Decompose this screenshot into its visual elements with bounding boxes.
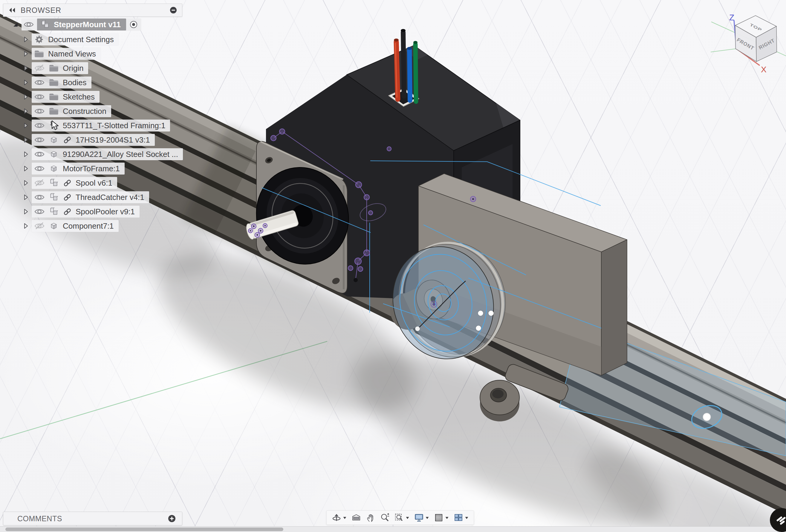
tree-row-background[interactable]: Construction bbox=[32, 105, 111, 117]
tree-row-background[interactable]: Bodies bbox=[32, 76, 91, 89]
comments-label: COMMENTS bbox=[17, 514, 62, 523]
visibility-on-eye-icon[interactable] bbox=[34, 121, 45, 130]
browser-root-row[interactable]: StepperMount v11 bbox=[12, 19, 141, 30]
gear-icon bbox=[34, 35, 44, 44]
activate-component-radio[interactable] bbox=[129, 20, 138, 29]
expand-arrow-icon[interactable] bbox=[22, 194, 29, 201]
visibility-on-eye-icon[interactable] bbox=[23, 20, 34, 29]
pan-icon bbox=[366, 513, 376, 523]
chevron-down-icon[interactable] bbox=[445, 515, 449, 520]
tree-row-background[interactable]: Sketches bbox=[32, 91, 99, 103]
tree-row-background[interactable]: Origin bbox=[32, 62, 88, 74]
display-settings-button[interactable] bbox=[412, 512, 431, 523]
visibility-on-eye-icon[interactable] bbox=[34, 164, 45, 173]
node-label: StepperMount v11 bbox=[54, 21, 121, 28]
visibility-on-eye-icon[interactable] bbox=[34, 207, 45, 216]
expand-arrow-icon[interactable] bbox=[22, 208, 29, 215]
expand-arrow-icon[interactable] bbox=[22, 122, 29, 129]
visibility-on-eye-icon[interactable] bbox=[34, 107, 45, 115]
look-at-button[interactable] bbox=[349, 512, 363, 523]
pan-button[interactable] bbox=[364, 512, 377, 523]
browser-tree-row[interactable]: 91290A221_Alloy Steel Socket ... bbox=[22, 148, 183, 160]
chevron-down-icon[interactable] bbox=[405, 515, 410, 520]
display-settings-icon bbox=[414, 513, 424, 523]
visibility-on-eye-icon[interactable] bbox=[34, 193, 45, 202]
browser-tree-row[interactable]: Document Settings bbox=[22, 33, 119, 45]
browser-tree-row[interactable]: Origin bbox=[22, 62, 88, 74]
expand-arrow-icon[interactable] bbox=[22, 65, 29, 72]
minus-circle-icon[interactable] bbox=[169, 6, 177, 14]
expand-arrow-icon[interactable] bbox=[22, 93, 29, 100]
viewports-button[interactable] bbox=[452, 512, 471, 523]
grid-and-snaps-button[interactable] bbox=[432, 512, 451, 523]
expand-arrow-icon[interactable] bbox=[22, 79, 29, 86]
expand-arrow-icon[interactable] bbox=[22, 136, 29, 143]
visibility-on-eye-icon[interactable] bbox=[34, 136, 45, 144]
tree-row-background[interactable]: 91290A221_Alloy Steel Socket ... bbox=[32, 148, 183, 160]
link-icon bbox=[63, 179, 72, 187]
visibility-on-eye-icon[interactable] bbox=[34, 78, 45, 87]
visibility-off-eye-icon[interactable] bbox=[34, 222, 45, 230]
expand-arrow-icon[interactable] bbox=[22, 36, 29, 43]
expand-arrow-icon[interactable] bbox=[12, 21, 19, 28]
node-label: 5537T11_T-Slotted Framing:1 bbox=[63, 122, 165, 130]
browser-tree-row[interactable]: ThreadCatcher v4:1 bbox=[22, 191, 149, 203]
tree-row-background[interactable]: 17HS19-2004S1 v3:1 bbox=[32, 134, 155, 146]
node-label: Document Settings bbox=[48, 36, 114, 43]
node-label: Spool v6:1 bbox=[76, 179, 112, 187]
folder-icon bbox=[49, 92, 59, 101]
browser-tree-row[interactable]: Sketches bbox=[22, 91, 99, 103]
tree-row-background[interactable]: Spool v6:1 bbox=[32, 177, 117, 189]
timeline-pill[interactable] bbox=[5, 528, 283, 531]
selected-row-highlight[interactable]: StepperMount v11 bbox=[37, 19, 126, 30]
browser-tree-row[interactable]: Component7:1 bbox=[22, 220, 119, 232]
tree-row-background[interactable]: SpoolPooler v9:1 bbox=[32, 206, 140, 217]
view-cube[interactable]: TOP FRONT RIGHT Z X bbox=[711, 13, 786, 74]
browser-tree-row[interactable]: 17HS19-2004S1 v3:1 bbox=[22, 134, 155, 146]
node-label: Bodies bbox=[63, 78, 87, 86]
assembly-icon bbox=[49, 207, 59, 216]
collapse-panel-icon[interactable] bbox=[8, 6, 16, 14]
plus-circle-icon[interactable] bbox=[168, 514, 176, 523]
tree-row-background[interactable]: ThreadCatcher v4:1 bbox=[32, 191, 149, 203]
mount-lug[interactable] bbox=[480, 380, 519, 415]
expand-arrow-icon[interactable] bbox=[22, 108, 29, 115]
browser-tree-row[interactable]: 5537T11_T-Slotted Framing:1 bbox=[22, 119, 170, 132]
browser-tree-row[interactable]: Spool v6:1 bbox=[22, 177, 117, 189]
expand-arrow-icon[interactable] bbox=[22, 222, 29, 230]
zoom-window-button[interactable] bbox=[392, 512, 412, 523]
visibility-off-eye-icon[interactable] bbox=[34, 179, 45, 187]
browser-header[interactable]: BROWSER bbox=[3, 4, 182, 17]
visibility-on-eye-icon[interactable] bbox=[34, 93, 45, 101]
node-label: MotorToFrame:1 bbox=[63, 165, 120, 172]
browser-tree-row[interactable]: SpoolPooler v9:1 bbox=[22, 206, 140, 217]
link-icon bbox=[63, 136, 72, 144]
browser-tree-row[interactable]: MotorToFrame:1 bbox=[22, 163, 124, 175]
chevron-down-icon[interactable] bbox=[343, 515, 347, 520]
zoom-button[interactable] bbox=[378, 512, 392, 523]
tree-row-background[interactable]: Named Views bbox=[32, 48, 101, 60]
folder-icon bbox=[49, 63, 59, 73]
folder-icon bbox=[34, 49, 44, 59]
tree-row-background[interactable]: StepperMount v11 bbox=[22, 19, 141, 30]
visibility-off-eye-icon[interactable] bbox=[34, 64, 45, 72]
3d-viewport[interactable]: TOP FRONT RIGHT Z X bbox=[0, 0, 786, 532]
component-icon bbox=[49, 135, 59, 145]
x-axis-label: X bbox=[761, 65, 767, 74]
chevron-down-icon[interactable] bbox=[425, 515, 430, 520]
component-icon bbox=[49, 149, 59, 159]
browser-tree-row[interactable]: Construction bbox=[22, 105, 111, 117]
tree-row-background[interactable]: MotorToFrame:1 bbox=[32, 163, 124, 175]
expand-arrow-icon[interactable] bbox=[22, 179, 29, 186]
tree-row-background[interactable]: Component7:1 bbox=[32, 220, 119, 232]
expand-arrow-icon[interactable] bbox=[22, 50, 29, 57]
comments-bar[interactable]: COMMENTS bbox=[3, 512, 182, 526]
tree-row-background[interactable]: Document Settings bbox=[32, 33, 119, 45]
expand-arrow-icon[interactable] bbox=[22, 165, 29, 172]
browser-tree-row[interactable]: Bodies bbox=[22, 76, 91, 89]
visibility-on-eye-icon[interactable] bbox=[34, 150, 45, 158]
chevron-down-icon[interactable] bbox=[464, 515, 469, 520]
expand-arrow-icon[interactable] bbox=[22, 151, 29, 158]
browser-tree-row[interactable]: Named Views bbox=[22, 48, 101, 60]
orbit-button[interactable] bbox=[330, 512, 349, 523]
